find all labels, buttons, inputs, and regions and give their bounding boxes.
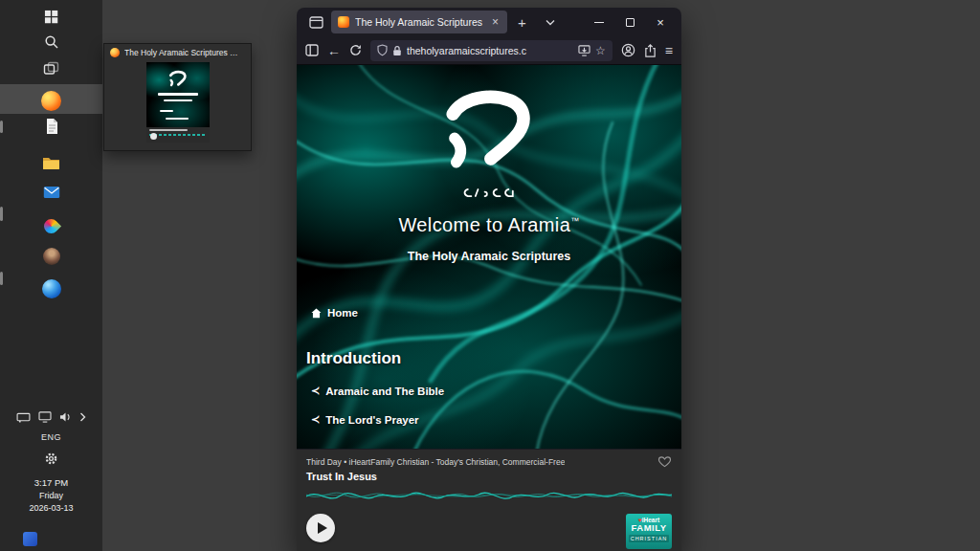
reload-button[interactable] xyxy=(349,44,362,56)
home-icon xyxy=(311,308,322,319)
tab-title: The Holy Aramaic Scriptures xyxy=(355,16,484,28)
nav-link-aramaic-and-the-bible[interactable]: ≺ Aramaic and The Bible xyxy=(311,385,444,397)
home-label: Home xyxy=(327,307,358,319)
preview-header: The Holy Aramaic Scriptures — … xyxy=(104,44,251,59)
task-view-icon xyxy=(43,61,59,76)
account-button[interactable] xyxy=(621,43,635,57)
close-window-button[interactable]: × xyxy=(647,11,674,33)
clock-date: 2026-03-13 xyxy=(0,503,102,513)
link-label: The Lord's Prayer xyxy=(325,414,418,426)
firefox-view-icon xyxy=(309,16,323,29)
settings-button[interactable] xyxy=(0,452,102,466)
title-bar: The Holy Aramaic Scriptures × + × xyxy=(297,8,681,36)
cast-icon[interactable] xyxy=(16,412,31,423)
tab-holy-aramaic-scriptures[interactable]: The Holy Aramaic Scriptures × xyxy=(331,11,507,33)
waveform-graphic xyxy=(306,483,672,508)
account-icon xyxy=(621,43,635,57)
link-label: Aramaic and The Bible xyxy=(325,386,444,397)
taskbar-item-firefox[interactable] xyxy=(0,88,102,113)
site-subtitle: The Holy Aramaic Scriptures xyxy=(297,250,681,263)
search-icon xyxy=(44,34,59,50)
station-meta: Third Day • iHeartFamily Christian - Tod… xyxy=(306,457,565,467)
waveform xyxy=(306,483,672,512)
desktop: ENG 3:17 PM Friday 2026-03-13 The Holy A… xyxy=(0,0,980,551)
taskbar-item-document[interactable] xyxy=(0,114,102,139)
system-tray xyxy=(0,408,102,426)
language-indicator[interactable]: ENG xyxy=(0,432,102,442)
thumbnail-logo xyxy=(167,70,189,87)
taskbar-clock[interactable]: 3:17 PM Friday 2026-03-13 xyxy=(0,477,102,513)
tab-list-dropdown-button[interactable] xyxy=(546,19,555,26)
nav-home-link[interactable]: Home xyxy=(311,307,358,319)
site-logo xyxy=(437,88,541,174)
share-button[interactable] xyxy=(644,44,657,57)
taskbar-item-files[interactable] xyxy=(0,150,102,175)
taskbar: ENG 3:17 PM Friday 2026-03-13 xyxy=(0,0,102,551)
task-view-button[interactable] xyxy=(0,55,102,80)
minimize-button[interactable] xyxy=(586,11,612,33)
back-button[interactable]: ← xyxy=(327,44,341,57)
chevron-right-icon[interactable] xyxy=(79,412,86,422)
lock-icon[interactable] xyxy=(392,45,402,56)
brand-mid: FAMILY xyxy=(626,523,672,534)
windows-logo-icon xyxy=(44,10,58,24)
taskbar-item-mail[interactable] xyxy=(0,180,102,205)
shield-icon[interactable] xyxy=(377,44,388,56)
track-title: Trust In Jesus xyxy=(306,471,672,482)
document-icon xyxy=(44,118,59,135)
thumbnail-play-button xyxy=(150,133,157,140)
play-button[interactable] xyxy=(306,514,335,542)
folder-icon xyxy=(42,156,60,170)
taskbar-preview-popup: The Holy Aramaic Scriptures — … xyxy=(103,43,252,151)
sidebar-button[interactable] xyxy=(305,44,319,56)
display-icon[interactable] xyxy=(38,411,52,423)
player-controls: ♥iHeart FAMILY CHRISTIAN xyxy=(306,514,672,549)
paint-drop-icon xyxy=(41,215,61,235)
share-icon xyxy=(644,44,657,57)
thumbnail-text-line xyxy=(160,110,173,112)
aramaic-wordmark xyxy=(459,186,519,204)
volume-icon[interactable] xyxy=(59,411,72,423)
save-to-device-icon[interactable] xyxy=(578,45,590,56)
menu-button[interactable]: ≡ xyxy=(665,43,673,58)
thumbnail-player xyxy=(146,127,210,143)
url-text: theholyaramaicscriptures.c xyxy=(407,45,573,56)
taskbar-item-paint[interactable] xyxy=(0,213,102,238)
firefox-view-button[interactable] xyxy=(304,11,327,33)
section-title: Introduction xyxy=(306,349,401,368)
gear-icon xyxy=(44,452,58,466)
new-tab-button[interactable]: + xyxy=(511,14,533,31)
maximize-icon xyxy=(626,18,635,27)
globe-icon xyxy=(42,279,61,298)
tab-close-button[interactable]: × xyxy=(490,15,501,29)
thumbnail-text-line xyxy=(164,99,192,101)
maximize-button[interactable] xyxy=(616,11,643,33)
thumbnail-text-line xyxy=(158,93,198,96)
taskbar-bottom-app[interactable] xyxy=(23,532,37,546)
taskbar-item-profile[interactable] xyxy=(0,244,102,269)
firefox-window: The Holy Aramaic Scriptures × + × ← xyxy=(297,8,681,551)
page-content: Welcome to Aramia™ The Holy Aramaic Scri… xyxy=(297,65,681,449)
avatar xyxy=(43,248,60,265)
station-logo[interactable]: ♥iHeart FAMILY CHRISTIAN xyxy=(626,514,672,549)
brand-bottom: CHRISTIAN xyxy=(629,535,669,542)
nav-link-the-lords-prayer[interactable]: ≺ The Lord's Prayer xyxy=(311,413,419,426)
start-button[interactable] xyxy=(0,4,102,29)
site-favicon xyxy=(338,16,349,28)
thumbnail-text-line xyxy=(166,118,189,120)
clock-weekday: Friday xyxy=(0,491,102,500)
chevron-down-icon xyxy=(546,19,555,26)
trademark-symbol: ™ xyxy=(570,216,579,226)
aramaic-script-glyphs xyxy=(459,186,519,200)
taskbar-item-browser[interactable] xyxy=(0,276,102,301)
thumbnail-meta-line xyxy=(149,129,188,131)
preview-thumbnail[interactable] xyxy=(146,62,210,143)
radio-player: Third Day • iHeartFamily Christian - Tod… xyxy=(297,450,681,551)
clock-time: 3:17 PM xyxy=(0,477,102,488)
search-button[interactable] xyxy=(0,30,102,55)
welcome-text: Welcome to Aramia xyxy=(398,214,570,235)
bookmark-star-icon[interactable]: ☆ xyxy=(595,44,606,57)
play-icon xyxy=(318,522,327,534)
address-bar[interactable]: theholyaramaicscriptures.c ☆ xyxy=(370,40,612,61)
iheart-icon xyxy=(657,456,672,468)
